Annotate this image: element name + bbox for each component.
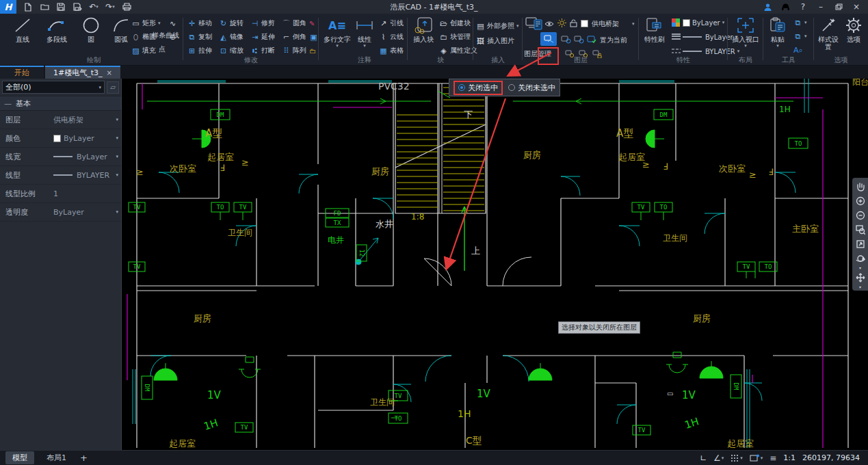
user-account-icon[interactable] <box>760 1 775 13</box>
trim-button[interactable]: ⊣修剪 <box>250 18 275 29</box>
xref-button[interactable]: ▤外部参照▾ <box>476 21 519 31</box>
layout1-tab[interactable]: 布局1 <box>41 451 72 464</box>
move-button[interactable]: ✛移动 <box>187 18 212 29</box>
dropdown-caret[interactable]: ▾ <box>116 117 118 122</box>
match-properties-button[interactable]: 特性刷 <box>640 15 669 43</box>
paste-button[interactable]: 粘贴▾ <box>765 15 791 49</box>
circle-button[interactable]: 圆 <box>75 15 107 43</box>
layer-color-swatch[interactable] <box>581 20 588 27</box>
dropdown-caret[interactable]: ▾ <box>116 209 118 215</box>
break-button[interactable]: ⑆打断 <box>250 45 275 56</box>
leader-button[interactable]: ↗引线 <box>379 18 404 29</box>
table-button[interactable]: ▦表格 <box>379 45 404 56</box>
find-button[interactable]: A⌕ <box>793 44 803 55</box>
insert-block-button[interactable]: 插入块 <box>409 15 438 43</box>
menu-hamburger-icon[interactable]: ≡ <box>770 453 776 463</box>
save-as-button[interactable] <box>70 1 85 13</box>
add-layout-button[interactable]: + <box>80 453 88 463</box>
dropdown-caret[interactable]: ▾ <box>116 135 118 141</box>
polyline-button[interactable]: 多段线 <box>41 15 73 43</box>
ortho-toggle-icon[interactable]: ∟ <box>700 453 707 463</box>
save-button[interactable] <box>53 1 68 13</box>
hatch-button[interactable]: ▨填充 <box>131 45 156 56</box>
property-row-1[interactable]: 颜色ByLayer▾ <box>0 129 121 148</box>
popup-option-close-selected[interactable]: 关闭选中 <box>453 81 503 95</box>
group-folder-icon[interactable]: 🗀 <box>309 45 316 56</box>
zoom-in-icon[interactable] <box>854 194 867 207</box>
redo-button[interactable]: ↷▾ <box>103 1 118 13</box>
layer-lock-icon[interactable] <box>570 17 577 30</box>
array-button[interactable]: ⠿阵列 <box>282 45 306 56</box>
style-settings-button[interactable]: 样式设置 <box>815 15 841 51</box>
support-headset-icon[interactable] <box>778 1 793 13</box>
restore-button[interactable] <box>831 1 846 13</box>
attdef-button[interactable]: ◈属性定义 <box>439 45 477 56</box>
color-control[interactable]: ByLayer▾ <box>672 17 724 28</box>
new-file-button[interactable] <box>21 1 36 13</box>
tab-start[interactable]: 开始 <box>0 66 44 79</box>
polar-tracking-icon[interactable]: ∠▾ <box>713 453 724 463</box>
rect-button[interactable]: ▭矩形▾ <box>131 18 161 29</box>
linear-dim-button[interactable]: 线性▾ <box>353 15 376 49</box>
layer-dropdown-caret[interactable]: ▾ <box>632 21 635 27</box>
insert-viewport-button[interactable]: 插入视口▾ <box>730 15 761 49</box>
selection-filter-dropdown[interactable]: 全部(0)▾ <box>2 81 105 94</box>
spline-label[interactable]: 样条曲线 <box>152 30 179 41</box>
options-button[interactable]: 选项 <box>841 15 866 43</box>
extend-button[interactable]: ⇥延伸 <box>250 31 275 42</box>
property-row-4[interactable]: 线型比例1 <box>0 185 121 203</box>
set-current-label[interactable]: 置为当前 <box>600 36 627 45</box>
insert-image-button[interactable]: 🖽插入图片 <box>476 36 514 46</box>
open-file-button[interactable] <box>37 1 52 13</box>
tab-drawing[interactable]: 1#楼电气_t3_ × <box>45 66 120 79</box>
quick-select-button[interactable]: ▱ <box>107 81 119 94</box>
pan-hand-icon[interactable] <box>854 180 867 193</box>
dynamic-input-icon[interactable]: ▾ <box>750 454 763 462</box>
match-pin-icon[interactable]: ✎ <box>309 18 315 29</box>
rotate-button[interactable]: ↻旋转 <box>219 18 244 29</box>
property-row-5[interactable]: 透明度ByLayer▾ <box>0 203 121 222</box>
mirror-button[interactable]: ◭镜像 <box>219 31 244 42</box>
mtext-button[interactable]: A≡ 多行文字▾ <box>323 15 352 49</box>
chamfer-button[interactable]: ⌐倒角 <box>282 31 306 42</box>
property-row-3[interactable]: 线型BYLAYER▾ <box>0 166 121 185</box>
tab-close-icon[interactable]: × <box>107 69 112 77</box>
minimize-button[interactable]: – <box>813 1 828 13</box>
orbit-caret[interactable]: ▾ <box>859 266 861 269</box>
drawing-canvas[interactable]: DMDMTOTVTVTVFDTX12TVTOTOTVTOTVTOTVTVDMDM… <box>122 79 868 450</box>
section-basic[interactable]: —基本 <box>0 96 121 111</box>
zoom-extents-icon[interactable] <box>854 237 867 250</box>
zoom-out-icon[interactable] <box>854 209 867 222</box>
zoom-window-icon[interactable] <box>854 223 867 236</box>
snap-grid-icon[interactable]: ▾ <box>731 454 743 462</box>
copy-base-icon[interactable]: ⧉▾ <box>793 31 807 42</box>
app-logo-icon[interactable]: H <box>0 0 16 14</box>
annotation-scale[interactable]: 1:1 <box>783 453 795 462</box>
close-button[interactable]: × <box>849 1 864 13</box>
ucs-move-icon[interactable] <box>854 271 867 284</box>
spline-button[interactable]: ∿ <box>168 18 177 29</box>
block-manager-button[interactable]: 🗀块管理 <box>439 31 471 42</box>
stretch-button[interactable]: ⊞拉伸 <box>187 45 212 56</box>
undo-button[interactable]: ↶▾ <box>86 1 101 13</box>
region-icon[interactable]: ▣ <box>309 31 318 42</box>
property-row-0[interactable]: 图层供电桥架▾ <box>0 111 121 129</box>
layer-unlock-icon[interactable] <box>574 34 584 46</box>
copy-clip-icon[interactable]: ⧉▾ <box>793 17 807 28</box>
scale-button[interactable]: ⊡缩放 <box>219 45 244 56</box>
layer-visibility-eye-icon[interactable] <box>544 17 554 30</box>
print-button[interactable] <box>119 1 134 13</box>
line-button[interactable]: 直线 <box>7 15 38 43</box>
layer-freeze-sun-icon[interactable] <box>557 17 566 30</box>
property-row-2[interactable]: 线宽ByLayer▾ <box>0 148 121 166</box>
fillet-button[interactable]: ⌒圆角 <box>282 18 306 29</box>
model-tab[interactable]: 模型 <box>5 451 34 464</box>
point-label[interactable]: 点 <box>159 44 166 55</box>
help-icon[interactable]: ? <box>795 1 811 13</box>
layer-off-selected-button[interactable] <box>540 32 557 46</box>
current-layer-name[interactable]: 供电桥架 <box>592 19 619 29</box>
layer-on-icon[interactable] <box>561 34 571 46</box>
layer-manager-icon[interactable] <box>525 16 543 34</box>
dropdown-caret[interactable]: ▾ <box>116 172 118 178</box>
create-block-button[interactable]: 🗁创建块 <box>439 18 471 29</box>
